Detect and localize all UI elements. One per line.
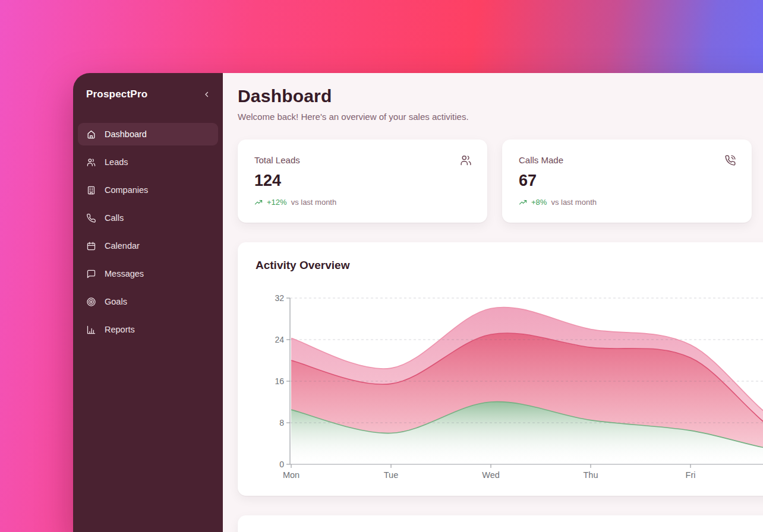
phone-call-icon — [724, 154, 737, 167]
trending-up-icon — [519, 198, 527, 207]
y-tick-label: 8 — [279, 418, 284, 428]
home-icon — [86, 129, 96, 140]
chart-title: Activity Overview — [256, 259, 349, 272]
phone-icon — [86, 213, 96, 223]
message-icon — [86, 269, 96, 279]
sidebar-item-label: Goals — [105, 297, 127, 306]
stat-card-value: 124 — [254, 172, 472, 190]
sidebar-item-label: Reports — [105, 325, 135, 334]
sidebar-header: ProspectPro — [78, 87, 218, 100]
users-icon — [86, 157, 96, 167]
sidebar-item-dashboard[interactable]: Dashboard — [78, 123, 218, 145]
sidebar-item-leads[interactable]: Leads — [78, 151, 218, 173]
calendar-icon — [86, 241, 96, 251]
page-title: Dashboard — [238, 86, 469, 106]
activity-overview-chart: 08162432MonTueWedThuFriSatSun — [238, 285, 763, 490]
stat-card-label: Calls Made — [519, 155, 736, 165]
sidebar-nav: Dashboard Leads Companies Calls Calendar… — [78, 123, 218, 341]
chevron-left-icon — [203, 90, 211, 99]
app-window: ProspectPro Dashboard Leads Companies Ca… — [73, 73, 763, 532]
x-tick-label: Wed — [482, 470, 500, 480]
sidebar-item-goals[interactable]: Goals — [78, 290, 218, 313]
sidebar-item-messages[interactable]: Messages — [78, 262, 218, 285]
chart-area-bands — [291, 307, 763, 464]
page-subtitle: Welcome back! Here's an overview of your… — [238, 112, 469, 122]
target-icon — [86, 297, 96, 307]
stat-card-change-suffix: vs last month — [551, 198, 597, 207]
stat-card-change-suffix: vs last month — [291, 198, 337, 207]
app-logo-text: ProspectPro — [86, 88, 147, 100]
sidebar-item-label: Companies — [105, 185, 148, 195]
sidebar-item-label: Dashboard — [105, 129, 147, 139]
sidebar-collapse-button[interactable] — [201, 89, 212, 100]
page-header: Dashboard Welcome back! Here's an overvi… — [238, 86, 469, 122]
sidebar-item-label: Calls — [105, 213, 124, 223]
sidebar-item-companies[interactable]: Companies — [78, 179, 218, 201]
activity-overview-card: Activity Overview 08162432MonTueWedThuFr… — [238, 242, 763, 496]
sidebar-item-label: Messages — [105, 269, 144, 278]
x-tick-label: Mon — [283, 470, 299, 480]
y-tick-label: 32 — [275, 293, 284, 303]
stat-cards-row: Total Leads 124 +12% vs last month Calls… — [238, 140, 752, 223]
sidebar: ProspectPro Dashboard Leads Companies Ca… — [73, 73, 223, 532]
x-tick-label: Tue — [384, 470, 398, 480]
sidebar-item-reports[interactable]: Reports — [78, 318, 218, 341]
stat-card-change: +8% vs last month — [519, 198, 736, 207]
building-icon — [86, 185, 96, 195]
users-icon — [459, 154, 472, 167]
y-tick-label: 16 — [275, 376, 284, 386]
stat-card-calls-made: Calls Made 67 +8% vs last month — [502, 140, 752, 223]
x-tick-label: Fri — [686, 470, 696, 480]
sidebar-item-calendar[interactable]: Calendar — [78, 235, 218, 257]
stat-card-label: Total Leads — [254, 155, 472, 165]
y-tick-label: 0 — [279, 460, 284, 469]
stat-card-change: +12% vs last month — [254, 198, 472, 207]
main-content: Dashboard Welcome back! Here's an overvi… — [223, 73, 763, 532]
y-tick-label: 24 — [275, 335, 284, 344]
trending-up-icon — [254, 198, 263, 207]
bar-chart-icon — [86, 325, 96, 335]
x-tick-label: Thu — [584, 470, 598, 480]
stat-card-value: 67 — [519, 172, 736, 190]
stat-card-change-percent: +8% — [531, 198, 547, 207]
sidebar-item-label: Calendar — [105, 241, 140, 251]
stat-card-change-percent: +12% — [267, 198, 287, 207]
bottom-card-partial — [238, 515, 763, 532]
sidebar-item-calls[interactable]: Calls — [78, 207, 218, 229]
sidebar-item-label: Leads — [105, 157, 128, 167]
stat-card-total-leads: Total Leads 124 +12% vs last month — [238, 140, 487, 223]
